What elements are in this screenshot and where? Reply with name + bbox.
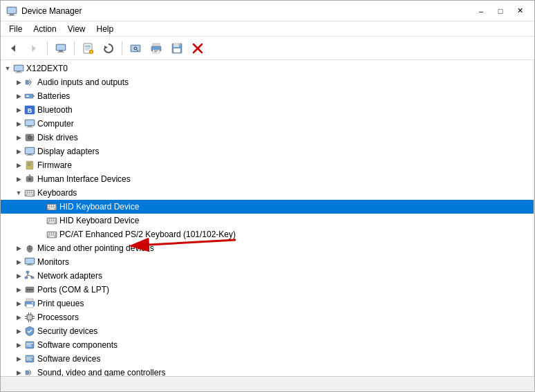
svg-rect-110 — [31, 277, 34, 279]
computer-button[interactable] — [51, 39, 71, 57]
svg-rect-44 — [28, 126, 32, 127]
tree-sound[interactable]: ▶ Sound, video and game controllers — [1, 366, 534, 376]
svg-rect-29 — [178, 44, 180, 46]
tree-hid[interactable]: ▶ Human Interface Devices — [1, 172, 534, 186]
tree-disk[interactable]: ▶ Disk drives — [1, 131, 534, 144]
batteries-expand[interactable]: ▶ — [13, 91, 24, 102]
tree-security[interactable]: ▶ Security devices — [1, 324, 534, 338]
scan-button[interactable] — [126, 39, 145, 57]
svg-rect-78 — [52, 207, 53, 208]
tree-batteries[interactable]: ▶ Batteries — [1, 89, 534, 103]
disk-expand[interactable]: ▶ — [13, 132, 24, 143]
svg-point-59 — [28, 178, 31, 180]
svg-rect-133 — [26, 343, 33, 344]
firmware-expand[interactable]: ▶ — [13, 160, 24, 171]
network-expand[interactable]: ▶ — [13, 270, 24, 281]
display-expand[interactable]: ▶ — [13, 146, 24, 157]
monitors-expand[interactable]: ▶ — [13, 256, 24, 268]
menu-bar: File Action View Help — [1, 21, 534, 37]
keyboards-expand[interactable]: ▼ — [13, 187, 24, 198]
ports-expand[interactable]: ▶ — [13, 284, 24, 295]
tree-bluetooth[interactable]: ▶ B Bluetooth — [1, 103, 534, 117]
svg-rect-87 — [50, 221, 51, 222]
tree-software-components[interactable]: ▶ Software components — [1, 338, 534, 352]
maximize-button[interactable]: □ — [491, 4, 509, 18]
disk-label: Disk drives — [37, 133, 78, 142]
svg-rect-27 — [173, 44, 179, 47]
display-icon — [24, 146, 35, 157]
tree-computer[interactable]: ▶ Computer — [1, 117, 534, 131]
svg-rect-11 — [85, 46, 91, 47]
svg-rect-8 — [59, 50, 63, 52]
device-manager-window: Device Manager – □ ✕ File Action View He… — [0, 0, 535, 392]
tree-monitors[interactable]: ▶ Monitors — [1, 255, 534, 269]
svg-rect-126 — [28, 320, 29, 322]
properties-button[interactable]: ! — [78, 39, 97, 57]
root-expand[interactable]: ▼ — [2, 63, 13, 74]
tree-keyboards[interactable]: ▼ — [1, 186, 534, 200]
refresh-button[interactable] — [99, 39, 118, 57]
svg-rect-70 — [27, 195, 32, 196]
svg-rect-60 — [29, 174, 30, 177]
svg-rect-96 — [48, 234, 49, 236]
svg-rect-138 — [26, 358, 31, 359]
bluetooth-label: Bluetooth — [37, 105, 73, 115]
software-devices-expand[interactable]: ▶ — [13, 353, 24, 364]
save-button[interactable] — [167, 39, 187, 57]
security-label: Security devices — [37, 326, 97, 336]
svg-rect-45 — [26, 127, 33, 128]
software-components-expand[interactable]: ▶ — [13, 339, 24, 351]
tree-print[interactable]: ▶ Print queues — [1, 297, 534, 310]
print-expand[interactable]: ▶ — [13, 298, 24, 309]
svg-rect-95 — [54, 233, 55, 234]
remove-button[interactable] — [188, 39, 207, 57]
tree-pcat-keyboard[interactable]: PC/AT Enhanced PS/2 Keyboard (101/102-Ke… — [1, 227, 534, 241]
svg-rect-28 — [173, 48, 180, 53]
security-expand[interactable]: ▶ — [13, 326, 24, 337]
tree-processors[interactable]: ▶ — [1, 310, 534, 324]
minimize-button[interactable]: – — [472, 4, 490, 18]
close-button[interactable]: ✕ — [511, 4, 529, 18]
menu-action[interactable]: Action — [28, 23, 62, 35]
tree-network[interactable]: ▶ Network adapters — [1, 269, 534, 283]
mice-expand[interactable]: ▶ — [13, 243, 24, 254]
security-icon — [24, 326, 35, 337]
svg-rect-83 — [50, 219, 51, 221]
bluetooth-expand[interactable]: ▶ — [13, 104, 24, 115]
svg-rect-9 — [57, 52, 64, 53]
tree-mice[interactable]: ▶ Mice and other pointing devices — [1, 241, 534, 255]
svg-rect-43 — [26, 120, 34, 125]
svg-rect-127 — [30, 320, 31, 322]
hid-expand[interactable]: ▶ — [13, 174, 24, 185]
tree-display[interactable]: ▶ Display adapters — [1, 144, 534, 158]
title-bar-controls: – □ ✕ — [472, 4, 529, 18]
svg-rect-73 — [50, 205, 51, 207]
software-components-icon — [24, 339, 35, 351]
menu-view[interactable]: View — [62, 23, 91, 35]
tree-panel[interactable]: ▼ X12DEXT0 ▶ — [1, 60, 534, 376]
computer-expand[interactable]: ▶ — [13, 118, 24, 129]
keyboards-label: Keyboards — [37, 188, 77, 198]
forward-button[interactable] — [24, 39, 44, 57]
tree-hid-keyboard-1[interactable]: HID Keyboard Device — [1, 200, 534, 214]
tree-firmware[interactable]: ▶ Firmware — [1, 158, 534, 172]
tree-hid-keyboard-2[interactable]: HID Keyboard Device — [1, 214, 534, 227]
svg-rect-89 — [54, 221, 55, 222]
menu-help[interactable]: Help — [91, 23, 120, 35]
svg-rect-57 — [28, 165, 30, 166]
back-button[interactable] — [3, 39, 23, 57]
print-button[interactable] — [147, 39, 166, 57]
processors-expand[interactable]: ▶ — [13, 312, 24, 323]
svg-rect-108 — [26, 271, 29, 273]
menu-file[interactable]: File — [3, 23, 28, 35]
svg-rect-85 — [54, 219, 55, 221]
tree-software-devices[interactable]: ▶ Software devices — [1, 352, 534, 366]
svg-rect-75 — [54, 205, 55, 207]
tree-audio[interactable]: ▶ Audio inputs and outputs — [1, 75, 534, 89]
tree-root[interactable]: ▼ X12DEXT0 — [1, 62, 534, 75]
audio-expand[interactable]: ▶ — [13, 77, 24, 88]
hid-icon — [24, 174, 35, 185]
svg-rect-130 — [32, 316, 35, 317]
sound-expand[interactable]: ▶ — [13, 367, 24, 376]
tree-ports[interactable]: ▶ Ports (COM & LPT) — [1, 283, 534, 297]
